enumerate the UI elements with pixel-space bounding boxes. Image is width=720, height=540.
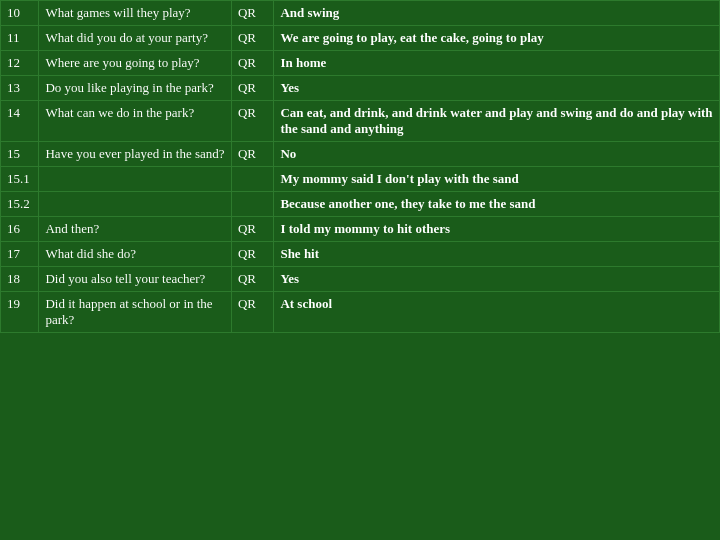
row-answer: No	[274, 142, 720, 167]
table-row: 12Where are you going to play?QRIn home	[1, 51, 720, 76]
row-type: QR	[231, 1, 274, 26]
row-type	[231, 192, 274, 217]
row-number: 10	[1, 1, 39, 26]
row-number: 15.2	[1, 192, 39, 217]
row-number: 15.1	[1, 167, 39, 192]
row-type: QR	[231, 142, 274, 167]
row-answer: Yes	[274, 76, 720, 101]
row-number: 12	[1, 51, 39, 76]
row-answer: Can eat, and drink, and drink water and …	[274, 101, 720, 142]
table-row: 15.2Because another one, they take to me…	[1, 192, 720, 217]
row-type: QR	[231, 217, 274, 242]
row-question	[39, 167, 231, 192]
row-number: 16	[1, 217, 39, 242]
table-row: 11What did you do at your party?QRWe are…	[1, 26, 720, 51]
table-row: 15Have you ever played in the sand?QRNo	[1, 142, 720, 167]
data-table: 10What games will they play?QRAnd swing1…	[0, 0, 720, 333]
row-answer: And swing	[274, 1, 720, 26]
row-answer: Because another one, they take to me the…	[274, 192, 720, 217]
row-number: 14	[1, 101, 39, 142]
table-row: 15.1My mommy said I don't play with the …	[1, 167, 720, 192]
row-question: And then?	[39, 217, 231, 242]
row-type: QR	[231, 101, 274, 142]
row-question: What did you do at your party?	[39, 26, 231, 51]
row-answer: In home	[274, 51, 720, 76]
row-answer: I told my mommy to hit others	[274, 217, 720, 242]
row-type: QR	[231, 51, 274, 76]
row-type: QR	[231, 267, 274, 292]
row-question: Where are you going to play?	[39, 51, 231, 76]
row-question: What can we do in the park?	[39, 101, 231, 142]
table-row: 16And then?QRI told my mommy to hit othe…	[1, 217, 720, 242]
row-number: 18	[1, 267, 39, 292]
row-number: 15	[1, 142, 39, 167]
table-row: 10What games will they play?QRAnd swing	[1, 1, 720, 26]
row-question: What games will they play?	[39, 1, 231, 26]
row-question: Did it happen at school or in the park?	[39, 292, 231, 333]
row-number: 11	[1, 26, 39, 51]
row-question: Did you also tell your teacher?	[39, 267, 231, 292]
row-type: QR	[231, 76, 274, 101]
row-type: QR	[231, 292, 274, 333]
row-question	[39, 192, 231, 217]
row-question: Have you ever played in the sand?	[39, 142, 231, 167]
row-number: 17	[1, 242, 39, 267]
row-answer: She hit	[274, 242, 720, 267]
row-number: 13	[1, 76, 39, 101]
table-row: 13Do you like playing in the park?QRYes	[1, 76, 720, 101]
table-row: 19Did it happen at school or in the park…	[1, 292, 720, 333]
row-type: QR	[231, 26, 274, 51]
row-question: Do you like playing in the park?	[39, 76, 231, 101]
row-type	[231, 167, 274, 192]
row-answer: My mommy said I don't play with the sand	[274, 167, 720, 192]
row-type: QR	[231, 242, 274, 267]
row-number: 19	[1, 292, 39, 333]
row-answer: At school	[274, 292, 720, 333]
row-answer: We are going to play, eat the cake, goin…	[274, 26, 720, 51]
table-row: 18Did you also tell your teacher?QRYes	[1, 267, 720, 292]
row-question: What did she do?	[39, 242, 231, 267]
table-row: 17What did she do?QRShe hit	[1, 242, 720, 267]
table-row: 14What can we do in the park?QRCan eat, …	[1, 101, 720, 142]
row-answer: Yes	[274, 267, 720, 292]
table-container: 10What games will they play?QRAnd swing1…	[0, 0, 720, 540]
